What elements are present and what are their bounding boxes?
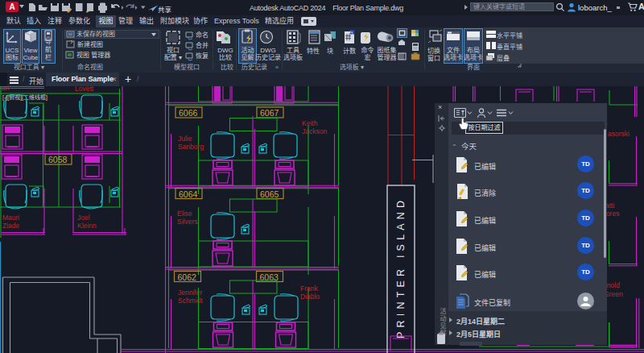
svg-text:6066: 6066 (179, 108, 198, 118)
svg-text:[-][俯视][二维线框]: [-][俯视][二维线框] (2, 93, 47, 101)
svg-text:Frank: Frank (300, 284, 318, 293)
svg-text:6062: 6062 (178, 272, 197, 282)
svg-text:6065: 6065 (260, 189, 279, 199)
svg-text:6064: 6064 (179, 189, 198, 199)
svg-text:PRINTER ISLAND: PRINTER ISLAND (395, 197, 407, 338)
svg-text:Diablo: Diablo (300, 293, 320, 301)
svg-text:Elise: Elise (177, 210, 192, 218)
svg-text:Schmidt: Schmidt (178, 297, 203, 305)
svg-text:Ziade: Ziade (2, 222, 20, 230)
svg-text:Jennifer: Jennifer (178, 289, 202, 297)
svg-text:Julie: Julie (178, 135, 192, 143)
svg-text:Kleinn: Kleinn (77, 222, 97, 230)
svg-text:Mauri: Mauri (2, 214, 19, 222)
svg-text:Joel: Joel (77, 214, 90, 222)
svg-text:Sanborg: Sanborg (178, 143, 204, 151)
svg-text:Lovett: Lovett (75, 86, 94, 93)
svg-text:6067: 6067 (260, 108, 279, 118)
svg-text:Keith: Keith (302, 119, 318, 127)
svg-text:asorski: asorski (608, 130, 630, 138)
svg-text:6058: 6058 (48, 155, 68, 164)
svg-text:Jackson: Jackson (302, 127, 327, 135)
svg-text:Silvers: Silvers (177, 218, 198, 226)
